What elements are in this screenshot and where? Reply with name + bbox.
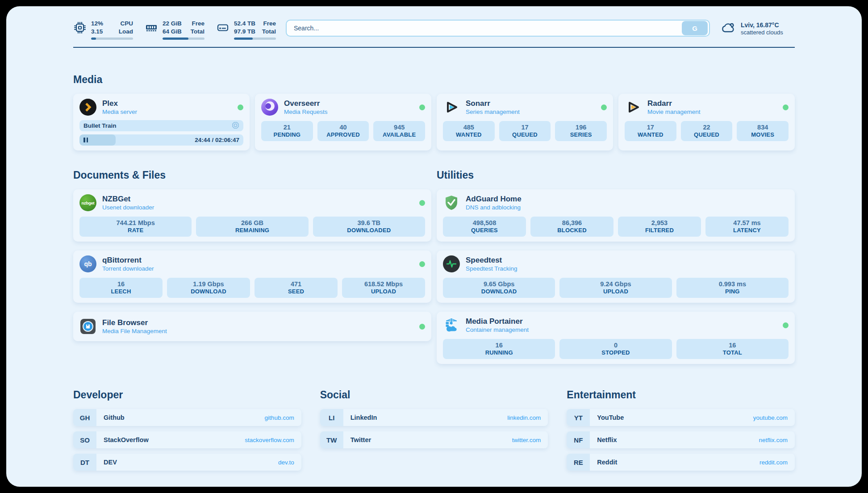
filebrowser-icon xyxy=(79,318,96,335)
bookmark-linkedin[interactable]: LI LinkedIn linkedin.com xyxy=(320,409,548,426)
section-media: Media Plex Media server xyxy=(73,74,795,150)
bookmark-dev[interactable]: DT DEV dev.to xyxy=(73,454,301,471)
pause-button[interactable] xyxy=(83,138,88,142)
service-description: Media Requests xyxy=(284,109,328,115)
memory-progress-track xyxy=(163,38,204,40)
disk-free-value: 52.4 TB xyxy=(234,20,255,28)
sonarr-icon xyxy=(443,99,460,116)
service-link-adguard[interactable]: AdGuard Home DNS and adblocking xyxy=(443,194,789,211)
service-link-radarr[interactable]: Radarr Movie management xyxy=(625,99,789,116)
service-link-speedtest[interactable]: Speedtest Speedtest Tracking xyxy=(443,255,789,272)
bookmark-github[interactable]: GH Github github.com xyxy=(73,409,301,426)
stat-rate: 744.21 Mbps RATE xyxy=(79,217,192,237)
bookmark-netflix[interactable]: NF Netflix netflix.com xyxy=(567,431,795,448)
cpu-load-label: Load xyxy=(119,28,133,36)
status-dot xyxy=(419,104,425,110)
stat-blocked: 86,396 BLOCKED xyxy=(530,217,613,237)
service-name: Speedtest xyxy=(466,256,517,265)
bookmark-name: YouTube xyxy=(597,414,624,421)
search-input[interactable] xyxy=(287,25,682,32)
service-link-portainer[interactable]: Media Portainer Container management xyxy=(443,317,789,334)
status-dot xyxy=(783,104,789,110)
service-link-overseerr[interactable]: Overseerr Media Requests xyxy=(261,99,425,116)
qbittorrent-icon: qb xyxy=(79,255,96,272)
bookmark-group-entertainment: Entertainment YT YouTube youtube.com NF … xyxy=(567,389,795,476)
service-name: qBittorrent xyxy=(102,256,154,265)
section-title-media: Media xyxy=(73,74,795,86)
bookmark-url: github.com xyxy=(265,414,294,421)
memory-progress-fill xyxy=(163,38,188,40)
playback-progress-bar: 24:44 / 02:06:47 xyxy=(79,134,243,146)
bookmark-abbr: RE xyxy=(567,454,590,471)
stat-download: 9.65 Gbps DOWNLOAD xyxy=(443,278,555,298)
service-card-sonarr: Sonarr Series management 485 WANTED 17 Q… xyxy=(437,94,613,150)
media-info-icon[interactable] xyxy=(232,121,239,130)
bookmark-youtube[interactable]: YT YouTube youtube.com xyxy=(567,409,795,426)
service-name: Radarr xyxy=(647,99,701,108)
bookmark-abbr: YT xyxy=(567,409,590,426)
bookmark-name: DEV xyxy=(104,459,117,466)
weather-widget: Lviv, 16.87°C scattered clouds xyxy=(720,20,795,38)
service-link-plex[interactable]: Plex Media server xyxy=(79,99,243,116)
stat-download: 1.19 Gbps DOWNLOAD xyxy=(167,278,250,298)
service-description: Series management xyxy=(466,109,520,115)
service-description: Movie management xyxy=(647,109,701,115)
service-description: Media File Management xyxy=(102,328,167,334)
section-utilities: Utilities xyxy=(437,169,795,364)
stat-movies: 834 MOVIES xyxy=(737,121,789,141)
status-dot xyxy=(238,104,243,110)
bookmark-abbr: LI xyxy=(320,409,343,426)
disk-icon xyxy=(216,20,230,40)
service-name: AdGuard Home xyxy=(466,195,522,204)
service-name: Overseerr xyxy=(284,99,328,108)
service-name: File Browser xyxy=(102,318,167,327)
memory-icon xyxy=(145,20,158,40)
bookmark-abbr: SO xyxy=(73,431,96,448)
service-link-filebrowser[interactable]: File Browser Media File Management xyxy=(79,318,425,335)
resource-monitors: 12% 3.15 CPU Load xyxy=(73,20,276,40)
playback-time: 24:44 / 02:06:47 xyxy=(195,137,243,143)
bookmark-twitter[interactable]: TW Twitter twitter.com xyxy=(320,431,548,448)
overseerr-icon xyxy=(261,99,278,116)
disk-progress-fill xyxy=(234,38,253,40)
service-link-nzbget[interactable]: nzbget NZBGet Usenet downloader xyxy=(79,194,425,211)
stat-upload: 9.24 Gbps UPLOAD xyxy=(559,278,672,298)
weather-location-temp: Lviv, 16.87°C xyxy=(741,21,783,29)
service-link-qbittorrent[interactable]: qb qBittorrent Torrent downloader xyxy=(79,255,425,272)
dashboard-page: 12% 3.15 CPU Load xyxy=(6,6,862,487)
cpu-progress-fill xyxy=(91,38,96,40)
memory-total-label: Total xyxy=(191,28,204,36)
search-bar: G xyxy=(286,20,710,37)
cpu-load-value: 3.15 xyxy=(91,28,103,36)
now-playing-title: Bullet Train xyxy=(83,122,117,129)
service-name: Plex xyxy=(102,99,137,108)
service-description: DNS and adblocking xyxy=(466,204,522,211)
service-description: Container management xyxy=(466,326,529,333)
stat-wanted: 485 WANTED xyxy=(443,121,495,141)
service-description: Media server xyxy=(102,109,137,115)
portainer-icon xyxy=(443,317,460,334)
stat-running: 16 RUNNING xyxy=(443,339,555,359)
bookmark-group-social: Social LI LinkedIn linkedin.com TW Twitt… xyxy=(320,389,548,476)
disk-total-label: Total xyxy=(262,28,276,36)
service-card-plex: Plex Media server Bullet Train xyxy=(73,94,250,150)
service-link-sonarr[interactable]: Sonarr Series management xyxy=(443,99,607,116)
now-playing-row: Bullet Train xyxy=(79,120,243,131)
service-name: Sonarr xyxy=(466,99,520,108)
stat-wanted: 17 WANTED xyxy=(625,121,676,141)
bookmark-url: netflix.com xyxy=(759,437,788,443)
service-name: Media Portainer xyxy=(466,317,529,326)
status-dot xyxy=(601,104,607,110)
bookmark-reddit[interactable]: RE Reddit reddit.com xyxy=(567,454,795,471)
stat-queued: 17 QUEUED xyxy=(499,121,551,141)
bookmark-url: dev.to xyxy=(278,459,294,466)
disk-free-label: Free xyxy=(262,20,276,28)
service-description: Usenet downloader xyxy=(102,204,154,211)
adguard-icon xyxy=(443,194,460,211)
stat-pending: 21 PENDING xyxy=(261,121,313,141)
service-card-qbittorrent: qb qBittorrent Torrent downloader 16 LEE… xyxy=(73,251,431,303)
bookmark-stackoverflow[interactable]: SO StackOverflow stackoverflow.com xyxy=(73,431,301,448)
stat-available: 945 AVAILABLE xyxy=(373,121,425,141)
search-provider-button[interactable]: G xyxy=(682,21,708,35)
section-title-entertainment: Entertainment xyxy=(567,389,795,401)
